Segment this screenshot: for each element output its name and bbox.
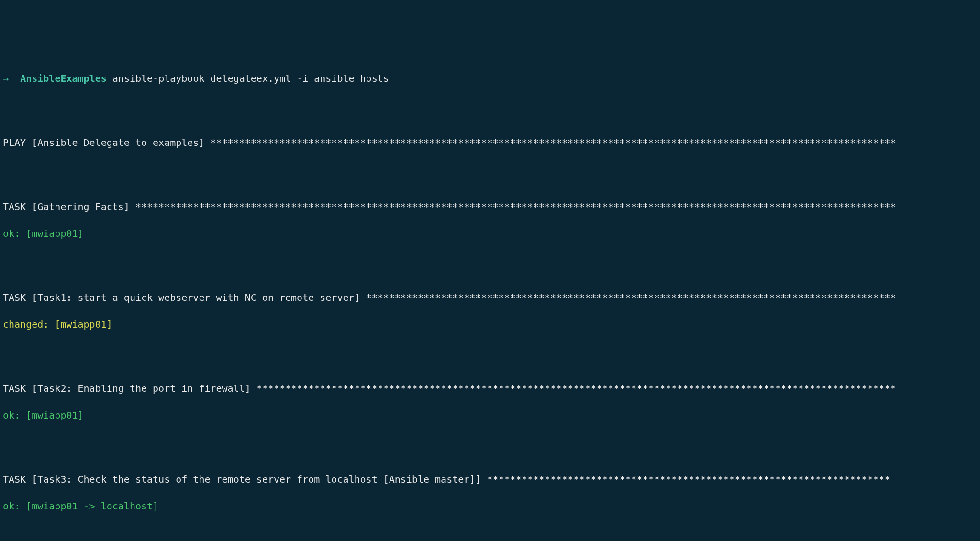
task-result: changed: [mwiapp01] xyxy=(3,318,977,331)
task-label: TASK [Task3: Check the status of the rem… xyxy=(3,474,487,485)
prompt-arrow: → xyxy=(3,73,9,84)
prompt-line[interactable]: → AnsibleExamples ansible-playbook deleg… xyxy=(3,72,977,85)
task-label: TASK [Gathering Facts] xyxy=(3,201,135,212)
prompt-command: ansible-playbook delegateex.yml -i ansib… xyxy=(112,73,389,84)
task-result: ok: [mwiapp01 -> localhost] xyxy=(3,499,977,513)
task-label: TASK [Task1: start a quick webserver wit… xyxy=(3,292,366,303)
play-stars: ****************************************… xyxy=(210,137,896,148)
play-header: PLAY [Ansible Delegate_to examples] ****… xyxy=(3,136,977,149)
task-label: TASK [Task2: Enabling the port in firewa… xyxy=(3,383,256,394)
prompt-cwd: AnsibleExamples xyxy=(20,73,107,84)
task-header: TASK [Task2: Enabling the port in firewa… xyxy=(3,382,977,395)
task-result: ok: [mwiapp01] xyxy=(3,409,977,422)
task-stars: ****************************************… xyxy=(487,474,890,485)
task-result: ok: [mwiapp01] xyxy=(3,227,977,240)
task-header: TASK [Task1: start a quick webserver wit… xyxy=(3,291,977,304)
task-stars: ****************************************… xyxy=(256,383,896,394)
task-stars: ****************************************… xyxy=(366,292,896,303)
task-stars: ****************************************… xyxy=(135,201,896,212)
play-label: PLAY [Ansible Delegate_to examples] xyxy=(3,137,210,148)
task-header: TASK [Gathering Facts] *****************… xyxy=(3,200,977,213)
task-header: TASK [Task3: Check the status of the rem… xyxy=(3,473,977,486)
